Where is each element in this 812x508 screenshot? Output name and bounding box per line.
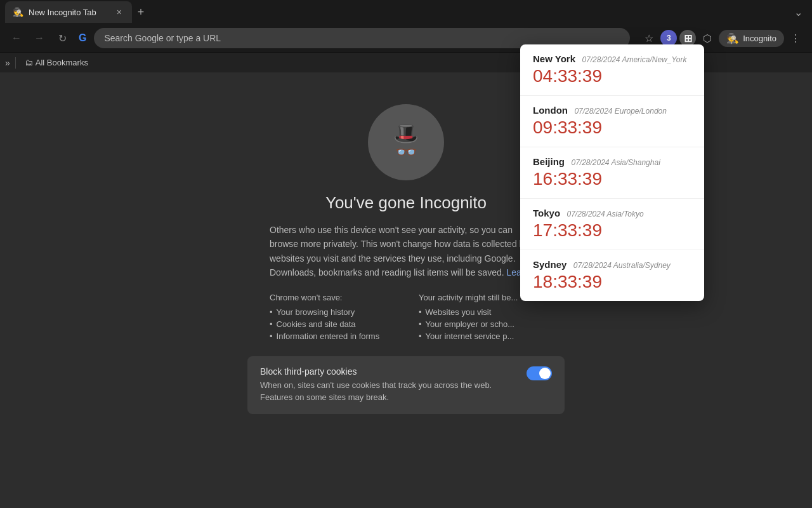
extension-1-label: 3 [667,34,671,43]
search-placeholder: Search Google or type a URL [104,33,221,43]
cookies-title: Block third-party cookies [260,366,516,377]
clock-time: 04:33:39 [533,66,691,86]
all-bookmarks-label: All Bookmarks [36,58,88,67]
two-col-section: Chrome won't save: Your browsing history… [270,293,542,344]
forward-icon: → [34,32,44,44]
toggle-knob [539,368,551,379]
clock-city: Tokyo [533,208,560,218]
incognito-tab-icon: 🕵️ [13,7,23,17]
glasses-icon: 👓 [395,144,417,161]
all-bookmarks-item[interactable]: 🗂 All Bookmarks [21,57,92,69]
clock-time: 16:33:39 [533,169,691,189]
clock-meta: 07/28/2024 Asia/Tokyo [567,210,644,218]
clock-meta: 07/28/2024 Europe/London [574,107,666,116]
toggle-slider [527,366,552,380]
chrome-menu-button[interactable]: ⋮ [787,29,804,47]
chrome-wont-save-list: Your browsing history Cookies and site d… [270,307,393,341]
incognito-description: Others who use this device won't see you… [270,223,542,280]
tab-list-button[interactable]: ⌄ [789,3,807,21]
clock-city: Beijing [533,156,565,167]
list-item: Websites you visit [419,307,542,317]
back-button[interactable]: ← [8,29,25,47]
clock-city: London [533,105,568,116]
incognito-indicator[interactable]: 🕵️ Incognito [719,30,784,47]
tab-bar: 🕵️ New Incognito Tab × + ⌄ [0,0,812,24]
world-clock-overlay: New York 07/28/2024 America/New_York 04:… [520,44,704,301]
clock-city: New York [533,53,575,64]
folder-icon: 🗂 [25,58,33,67]
cookies-toggle[interactable] [527,366,552,380]
bookmarks-divider [15,57,16,69]
reload-button[interactable]: ↻ [53,29,71,47]
cookies-desc: When on, sites can't use cookies that tr… [260,379,516,404]
bookmarks-more-button[interactable]: » [5,58,10,68]
cookies-text: Block third-party cookies When on, sites… [260,366,516,404]
tab-title: New Incognito Tab [29,8,109,17]
list-item: Information entered in forms [270,331,393,341]
incognito-hat-icon: 🕵️ [726,32,739,44]
clock-time: 18:33:39 [533,272,691,292]
chrome-wont-save-col: Chrome won't save: Your browsing history… [270,293,393,344]
list-item: Cookies and site data [270,319,393,329]
list-item: Your browsing history [270,307,393,317]
tab-extras: ⌄ [789,3,807,21]
active-tab[interactable]: 🕵️ New Incognito Tab × [5,1,132,23]
google-logo: G [79,32,86,44]
back-icon: ← [11,32,22,44]
new-tab-button[interactable]: + [132,3,150,21]
clock-time: 17:33:39 [533,220,691,241]
hat-icon: 🎩 [393,123,419,144]
reload-icon: ↻ [58,32,67,44]
forward-button[interactable]: → [30,29,48,47]
clock-meta: 07/28/2024 Asia/Shanghai [571,158,660,167]
activity-might-list: Websites you visit Your employer or scho… [419,307,542,341]
clock-entry: Tokyo 07/28/2024 Asia/Tokyo 17:33:39 [520,199,704,250]
list-item: Your employer or scho... [419,319,542,329]
incognito-label: Incognito [743,34,776,43]
cookies-box: Block third-party cookies When on, sites… [247,356,565,414]
clock-entry: Sydney 07/28/2024 Australia/Sydney 18:33… [520,250,704,301]
clock-entry: New York 07/28/2024 America/New_York 04:… [520,44,704,96]
list-item: Your internet service p... [419,331,542,341]
clock-meta: 07/28/2024 Australia/Sydney [573,261,671,270]
clock-time: 09:33:39 [533,117,691,138]
clock-entry: Beijing 07/28/2024 Asia/Shanghai 16:33:3… [520,147,704,199]
incognito-title: You've gone Incognito [325,193,487,213]
tab-close-button[interactable]: × [114,6,124,18]
clock-city: Sydney [533,259,566,270]
incognito-icon: 🎩 👓 [368,104,444,180]
clock-meta: 07/28/2024 America/New_York [582,55,686,64]
clock-entry: London 07/28/2024 Europe/London 09:33:39 [520,96,704,147]
chrome-wont-save-title: Chrome won't save: [270,293,393,302]
